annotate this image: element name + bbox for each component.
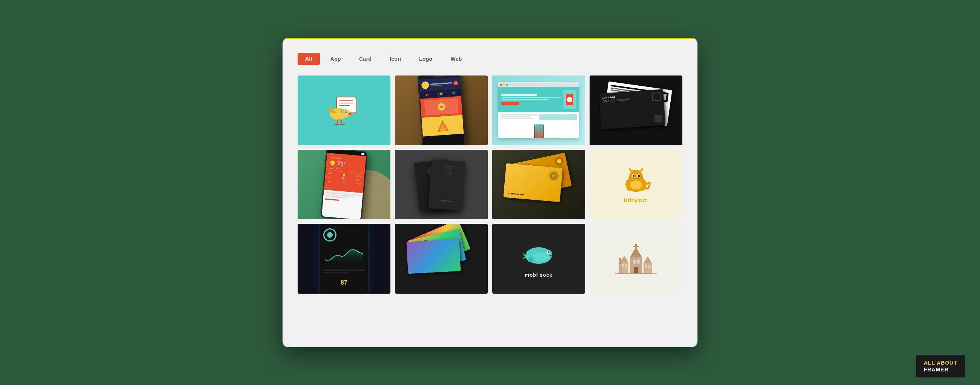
nav-bar: All App Card Icon Logo Web [298,53,682,65]
main-window: All App Card Icon Logo Web [283,38,697,347]
nav-item-app[interactable]: App [323,53,348,65]
svg-rect-68 [648,265,651,268]
grid-item-9[interactable]: 87 [298,224,390,294]
grid-item-7[interactable]: SHRIRAM MOHANCreative Designer +91-84-04… [492,150,585,220]
svg-rect-60 [622,264,624,267]
brand-line2: FRAMER [924,366,958,373]
church-logo-svg [613,240,659,278]
grid-item-6[interactable]: R·M·A Richard Tan DESIGN STUDIO [395,150,488,220]
svg-rect-56 [637,259,640,264]
svg-rect-61 [625,264,627,267]
grid-item-2[interactable]: 34 40 765 [395,75,488,145]
nav-item-logo[interactable]: Logo [412,53,440,65]
brand-badge: ALL ABOUT FRAMER [916,355,965,377]
brand-line1: ALL ABOUT [924,359,958,366]
grid-item-3[interactable] [492,75,585,145]
svg-point-8 [345,111,347,113]
svg-marker-66 [644,256,652,263]
grid-item-8[interactable]: kittypic [590,150,682,220]
svg-rect-57 [634,267,638,274]
svg-line-9 [336,119,338,125]
svg-rect-65 [644,263,652,274]
svg-point-42 [627,187,632,191]
grid-item-12[interactable] [590,224,682,294]
svg-point-21 [343,174,345,176]
svg-point-35 [638,175,640,177]
svg-rect-54 [633,246,639,247]
nav-item-web[interactable]: Web [443,53,469,65]
bird-icon-svg [321,91,367,129]
svg-point-34 [633,175,635,177]
svg-point-16 [330,160,335,165]
grid-item-11[interactable]: mobi sock [492,224,585,294]
svg-point-41 [630,181,642,190]
nav-item-all[interactable]: All [298,53,320,65]
svg-point-48 [549,251,549,252]
svg-line-24 [342,183,343,184]
mobi-sock-svg [518,240,559,270]
svg-marker-59 [620,256,628,262]
svg-point-43 [640,187,646,191]
svg-point-36 [635,177,637,179]
grid-item-10[interactable]: QUICK RESPONSEDESIGN DIRECTOR [395,224,488,294]
svg-line-10 [341,119,342,125]
grid-item-4[interactable]: BRANDINGPHOTO JOHN DOECREATIVE DIRECTOR [590,75,682,145]
mobi-sock-label: mobi sock [525,272,552,278]
svg-rect-64 [619,258,621,261]
svg-point-13 [340,109,344,113]
svg-rect-67 [645,265,647,268]
kitty-label: kittypic [624,197,648,204]
portfolio-grid: 34 40 765 [298,75,682,294]
svg-rect-55 [633,259,636,264]
outer-container: All App Card Icon Logo Web [0,0,980,385]
grid-item-5[interactable]: SUNDAY MAY 8 71° CHELFER, UK MON [298,150,390,220]
svg-rect-62 [619,264,622,274]
nav-item-icon[interactable]: Icon [382,53,409,65]
grid-item-1[interactable] [298,75,390,145]
svg-point-50 [532,252,549,262]
nav-item-card[interactable]: Card [352,53,379,65]
kitty-logo-svg [617,165,655,195]
